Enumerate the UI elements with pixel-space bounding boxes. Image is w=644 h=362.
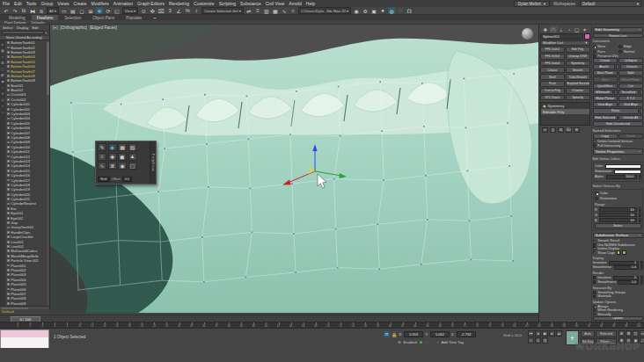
polydraw-title-bar[interactable]: PolyDraw bbox=[150, 141, 156, 184]
modifier-button-spherify[interactable]: Spherify bbox=[566, 95, 590, 101]
shapes-icon[interactable]: ▧ bbox=[128, 143, 137, 151]
create-tab[interactable]: ✚ bbox=[542, 26, 549, 33]
menu-group[interactable]: Group bbox=[40, 1, 53, 6]
reference-coordinate-dropdown[interactable]: View ▾ bbox=[122, 7, 138, 14]
radio-illumination[interactable] bbox=[595, 197, 598, 200]
search-input[interactable] bbox=[2, 31, 44, 34]
illumination-row-swatch[interactable] bbox=[614, 170, 640, 174]
explorer-vscrollbar[interactable] bbox=[47, 40, 49, 306]
spinner-b[interactable] bbox=[639, 218, 641, 222]
enabled-label[interactable]: Enabled bbox=[404, 340, 417, 344]
display-none-icon[interactable]: ▸ bbox=[2, 42, 4, 47]
find-icon[interactable]: ⌖ bbox=[2, 54, 4, 59]
snap-toggle-icon[interactable]: 3 bbox=[166, 7, 173, 14]
schematic-view-icon[interactable]: ⌗ bbox=[289, 7, 296, 14]
button-split[interactable]: Split bbox=[618, 70, 643, 76]
auto-key-button[interactable]: Auto bbox=[581, 330, 595, 337]
spinner-alpha[interactable] bbox=[639, 175, 641, 179]
motion-tab[interactable]: ◔ bbox=[566, 26, 573, 33]
zoom-icon[interactable]: ⊕ bbox=[618, 330, 625, 337]
listener-script-row[interactable] bbox=[1, 337, 48, 348]
button-cut[interactable]: Cut bbox=[618, 83, 643, 89]
checkbox-full-interactivity[interactable] bbox=[593, 144, 596, 148]
select-object-icon[interactable]: ▭ bbox=[61, 7, 68, 14]
render-icon[interactable]: ● bbox=[379, 7, 386, 14]
menu-substance[interactable]: Substance bbox=[240, 1, 261, 6]
filter-shapes-icon[interactable]: ○ bbox=[2, 85, 4, 90]
window-crossing-icon[interactable]: ⊞ bbox=[87, 7, 94, 14]
select-and-rotate-icon[interactable]: ⟳ bbox=[105, 7, 112, 14]
update-button[interactable]: Update bbox=[593, 316, 644, 321]
settings-button-attach[interactable] bbox=[616, 64, 619, 69]
offset-value[interactable]: 0.0 bbox=[122, 177, 132, 182]
arnold-icon[interactable]: ☊ bbox=[406, 7, 413, 14]
button-make-planar[interactable]: Make Planar bbox=[593, 96, 618, 101]
value-g[interactable]: 10 bbox=[599, 213, 637, 217]
menu-customize[interactable]: Customize bbox=[194, 1, 215, 6]
mirror-icon[interactable]: ⇄ bbox=[245, 7, 252, 14]
cage-color-swatch-0[interactable] bbox=[617, 250, 621, 255]
button-collapse[interactable]: Collapse bbox=[618, 58, 643, 63]
modifier-button-weighted-normals[interactable]: Weighted Normals bbox=[566, 81, 590, 87]
make-unique-icon[interactable]: ⧉ bbox=[558, 127, 564, 133]
modifier-button-smooth[interactable]: Smooth bbox=[566, 67, 590, 73]
viewport-menu-general[interactable]: [+] bbox=[53, 25, 57, 30]
go-to-end-icon[interactable]: ⏭ bbox=[556, 330, 562, 337]
menu-scripting[interactable]: Scripting bbox=[219, 1, 236, 6]
unlink-selection-icon[interactable]: ⧓ bbox=[29, 7, 36, 14]
checkbox-iterations[interactable] bbox=[593, 276, 596, 279]
filter-lights-icon[interactable]: ✶ bbox=[1, 91, 4, 96]
conform-icon[interactable]: ◆ bbox=[108, 143, 117, 151]
menu-help[interactable]: Help bbox=[306, 1, 315, 6]
project-folder-dropdown[interactable]: C:\Users\Dyla...3ds Max 20 ▾ bbox=[298, 7, 351, 14]
modifier-button-turn-to-poly[interactable]: Turn to Poly bbox=[540, 88, 565, 94]
modifier-button-edit-poly[interactable]: Edit Poly bbox=[566, 47, 590, 53]
button-hide-selected[interactable]: Hide Selected bbox=[593, 115, 618, 120]
modifier-button-ffd-4x4x4[interactable]: FFD 4x4x4 bbox=[540, 61, 565, 67]
menu-arnold[interactable]: Arnold bbox=[289, 1, 301, 6]
track-bar[interactable]: 0246810121416182022242628303234363840424… bbox=[0, 322, 644, 328]
select-button[interactable]: Select bbox=[595, 223, 641, 228]
radio-color[interactable] bbox=[595, 192, 598, 195]
menu-file[interactable]: File bbox=[3, 1, 10, 6]
display-children-icon[interactable]: ▦ bbox=[1, 48, 4, 53]
time-config-icon[interactable]: ◷ bbox=[542, 337, 548, 344]
select-and-move-icon[interactable]: ✛ bbox=[96, 7, 103, 14]
splines-icon[interactable]: ∿ bbox=[98, 162, 106, 170]
display-tab[interactable]: ▢ bbox=[574, 26, 581, 33]
radio-manually[interactable] bbox=[593, 313, 596, 316]
ribbon-panel-paint-deform[interactable]: Paint Deform bbox=[4, 20, 26, 25]
surface-icon[interactable]: ◼ bbox=[118, 153, 127, 161]
draw-on-surface-icon[interactable]: ◉ bbox=[118, 162, 127, 170]
select-and-link-icon[interactable]: ⧉ bbox=[20, 7, 27, 14]
color-row-swatch[interactable] bbox=[605, 164, 640, 169]
signin-user[interactable]: Dylan Mellott ▾ bbox=[514, 1, 550, 7]
menu-tools[interactable]: Tools bbox=[26, 1, 37, 6]
clear-search-icon[interactable]: ✕ bbox=[45, 31, 48, 35]
menu-rendering[interactable]: Rendering bbox=[169, 1, 189, 6]
cage-color-swatch-1[interactable] bbox=[622, 250, 626, 255]
select-and-scale-icon[interactable]: ◱ bbox=[113, 7, 121, 14]
render-preview-icon[interactable]: ◍ bbox=[388, 7, 395, 14]
button-create[interactable]: Create bbox=[593, 58, 618, 63]
explorer-menu-edit[interactable]: Edit bbox=[32, 25, 38, 30]
zoom-region-icon[interactable]: ▭ bbox=[640, 330, 644, 337]
spinner-smoothness[interactable] bbox=[640, 280, 643, 285]
filter-helpers-icon[interactable]: ＋ bbox=[1, 104, 4, 108]
filter-geometry-icon[interactable]: ◆ bbox=[1, 79, 4, 83]
select-by-name-icon[interactable]: ▤ bbox=[70, 7, 77, 14]
x-coordinate-field[interactable]: 0.553 bbox=[404, 331, 423, 337]
optimize-icon[interactable]: ✚ bbox=[108, 153, 117, 161]
use-pivot-center-icon[interactable]: ⊙ bbox=[140, 7, 147, 14]
radio-edge[interactable] bbox=[618, 45, 622, 48]
pin-stack-icon[interactable]: ⌖ bbox=[542, 127, 548, 133]
bulb-icon[interactable]: ◉ bbox=[543, 104, 546, 108]
stack-entry-editable-poly[interactable]: Editable Poly bbox=[541, 109, 589, 115]
select-none-icon[interactable]: ▢ bbox=[1, 67, 4, 71]
draw-on-grid-icon[interactable]: ▢ bbox=[128, 162, 137, 170]
step-build-icon[interactable]: ▦ bbox=[118, 143, 127, 151]
keyboard-override-icon[interactable]: ⌧ bbox=[157, 7, 165, 14]
spinner-r[interactable] bbox=[639, 207, 641, 212]
modify-tab[interactable]: ◠ bbox=[550, 26, 557, 33]
undo-icon[interactable]: ↶ bbox=[3, 7, 10, 14]
